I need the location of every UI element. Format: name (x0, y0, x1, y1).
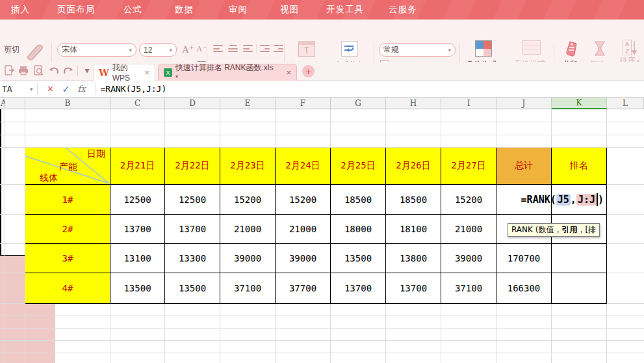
table-value-cell[interactable]: 18500 (386, 185, 441, 215)
table-rank-cell[interactable] (552, 273, 607, 304)
close-icon[interactable]: × (144, 68, 149, 77)
column-header-B[interactable]: B (25, 98, 110, 109)
table-header-date[interactable]: 2月27日 (441, 148, 496, 185)
table-header-rank[interactable]: 排名 (552, 148, 607, 185)
spreadsheet-grid[interactable]: ABCDEFGHIJKL日期产能线体2月21日2月22日2月23日2月24日2月… (0, 98, 644, 363)
font-size-select[interactable]: 12▾ (139, 43, 177, 57)
table-line-cell[interactable]: 2# (25, 215, 110, 244)
align-middle-button[interactable] (228, 45, 238, 52)
decrease-indent-button[interactable] (260, 45, 270, 52)
align-top-button[interactable] (213, 45, 223, 52)
table-total-cell[interactable]: 170700 (496, 244, 552, 273)
table-value-cell[interactable]: 37700 (276, 273, 331, 304)
table-value-cell[interactable]: 15200 (441, 185, 496, 215)
ribbon-tab-dev-tools[interactable]: 开发工具 (316, 0, 374, 20)
table-header-date[interactable]: 2月22日 (165, 148, 220, 185)
font-name-select[interactable]: 宋体▾ (57, 43, 136, 57)
column-header-C[interactable]: C (110, 98, 165, 109)
column-header-K[interactable]: K (552, 98, 607, 109)
table-value-cell[interactable]: 21000 (441, 215, 496, 244)
table-header-date[interactable]: 2月26日 (386, 148, 441, 185)
ribbon-tab-bar: 插入 页面布局 公式 数据 审阅 视图 开发工具 云服务 (0, 0, 644, 20)
align-bottom-button[interactable] (243, 45, 253, 52)
table-value-cell[interactable]: 13300 (165, 244, 220, 273)
table-value-cell[interactable]: 13500 (165, 273, 220, 304)
column-header-J[interactable]: J (496, 98, 552, 109)
ribbon-tab-formulas[interactable]: 公式 (114, 0, 152, 20)
table-value-cell[interactable]: 18100 (386, 215, 441, 244)
table-corner-cell[interactable]: 日期产能线体 (25, 148, 110, 185)
table-value-cell[interactable]: 15200 (276, 185, 331, 215)
column-header-G[interactable]: G (331, 98, 386, 109)
new-tab-button[interactable]: + (302, 65, 315, 77)
cut-button[interactable]: 剪切 (4, 44, 19, 55)
table-value-cell[interactable]: 13700 (331, 273, 386, 304)
column-header-A[interactable]: A (0, 98, 5, 109)
table-total-cell[interactable]: 166300 (496, 273, 552, 304)
table-line-cell[interactable]: 1# (25, 185, 110, 215)
column-header-D[interactable]: D (165, 98, 220, 109)
table-header-date[interactable]: 2月24日 (276, 148, 331, 185)
ribbon-tab-insert[interactable]: 插入 (1, 0, 40, 20)
table-value-cell[interactable]: 15200 (220, 185, 276, 215)
close-icon[interactable]: × (286, 68, 291, 77)
table-value-cell[interactable]: 39000 (220, 244, 276, 273)
grow-font-button[interactable]: A⁺ (182, 44, 194, 55)
table-header-date[interactable]: 2月23日 (220, 148, 276, 185)
table-value-cell[interactable]: 13100 (110, 244, 165, 273)
ribbon-tab-cloud[interactable]: 云服务 (379, 0, 427, 20)
table-value-cell[interactable]: 13500 (110, 273, 165, 304)
table-value-cell[interactable]: 21000 (220, 215, 276, 244)
column-header-F[interactable]: F (276, 98, 331, 109)
table-value-cell[interactable]: 13500 (331, 244, 386, 273)
table-header-total[interactable]: 总计 (496, 148, 552, 185)
table-value-cell[interactable]: 37100 (220, 273, 276, 304)
insert-function-button[interactable]: fx (74, 84, 90, 94)
quick-access-dropdown-icon[interactable]: ▾ (81, 64, 93, 76)
formula-bar-input[interactable]: =RANK(J5,J:J) (101, 84, 167, 94)
shrink-font-button[interactable]: A⁻ (196, 44, 207, 54)
table-header-date[interactable]: 2月25日 (331, 148, 386, 185)
table-value-cell[interactable]: 13700 (110, 215, 165, 244)
tab-active-workbook[interactable]: X 快速计算排名 RANK函数.xls * × (158, 64, 297, 81)
print-preview-icon[interactable] (32, 64, 44, 76)
table-line-cell[interactable]: 4# (25, 273, 110, 304)
column-header-H[interactable]: H (386, 98, 441, 109)
table-header-date[interactable]: 2月21日 (110, 148, 165, 185)
table-value-cell[interactable]: 18500 (331, 185, 386, 215)
table-value-cell[interactable]: 13800 (386, 244, 441, 273)
redo-icon[interactable] (62, 64, 74, 76)
column-header-spacer[interactable] (5, 98, 25, 109)
table-value-cell[interactable]: 13700 (386, 273, 441, 304)
export-icon[interactable] (3, 64, 15, 76)
undo-icon[interactable] (47, 64, 59, 76)
table-value-cell[interactable]: 12500 (110, 185, 165, 215)
table-rank-cell[interactable] (552, 244, 607, 273)
column-header-L[interactable]: L (607, 98, 644, 109)
ribbon-tab-page-layout[interactable]: 页面布局 (47, 0, 105, 20)
column-header-I[interactable]: I (441, 98, 496, 109)
table-value-cell[interactable]: 39000 (276, 244, 331, 273)
table-line-cell[interactable]: 3# (25, 244, 110, 273)
format-painter-icon[interactable] (23, 42, 45, 63)
increase-indent-button[interactable] (274, 45, 283, 52)
print-icon[interactable] (18, 64, 29, 76)
table-value-cell[interactable]: 13700 (165, 215, 220, 244)
cell-formula[interactable]: =RANK(J5,J:J) (498, 185, 604, 214)
conditional-format-icon (475, 40, 492, 57)
ribbon-tab-view[interactable]: 视图 (270, 0, 309, 20)
confirm-entry-button[interactable]: ✓ (58, 83, 74, 95)
ribbon-tab-data[interactable]: 数据 (165, 0, 203, 20)
name-box[interactable]: TA (0, 84, 30, 94)
table-value-cell[interactable]: 21000 (276, 215, 331, 244)
column-header-E[interactable]: E (220, 98, 276, 109)
number-format-select[interactable]: 常规▾ (379, 43, 456, 57)
name-box-dropdown-icon[interactable]: ▾ (30, 86, 33, 92)
tab-wps-home[interactable]: W 我的WPS × (93, 64, 155, 81)
table-value-cell[interactable]: 37100 (441, 273, 496, 304)
table-value-cell[interactable]: 18000 (331, 215, 386, 244)
cancel-entry-button[interactable]: × (43, 83, 58, 95)
table-value-cell[interactable]: 39000 (441, 244, 496, 273)
table-value-cell[interactable]: 12500 (165, 185, 220, 215)
ribbon-tab-review[interactable]: 审阅 (219, 0, 257, 20)
